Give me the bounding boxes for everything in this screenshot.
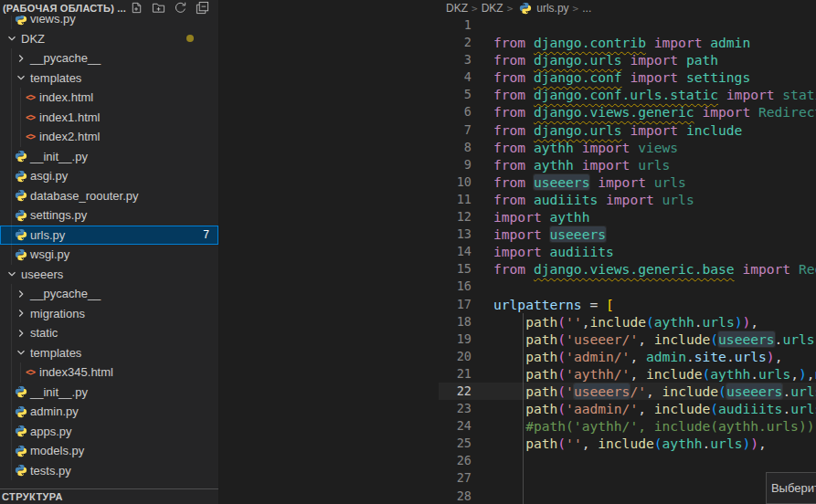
line-number: 11: [439, 191, 472, 208]
explorer-header: (РАБОЧАЯ ОБЛАСТЬ) ...: [0, 0, 218, 16]
tree-item-asgi-py[interactable]: asgi.py: [0, 166, 218, 186]
code-line[interactable]: 15from django.views.generic.base import …: [439, 260, 816, 278]
html-file-icon: <>: [23, 367, 37, 377]
tree-item--pycache-[interactable]: __pycache__: [0, 284, 218, 304]
tree-item-wsgi-py[interactable]: wsgi.py: [0, 245, 218, 265]
tree-item-index1-html[interactable]: <>index1.html: [0, 108, 218, 128]
code-line[interactable]: 4from django.conf import settings: [439, 68, 816, 86]
code-line[interactable]: 2from django.contrib import admin: [439, 34, 816, 51]
chevron-down-icon: [14, 346, 28, 359]
tree-item-DKZ[interactable]: DKZ: [0, 29, 218, 49]
line-number: 28: [439, 488, 472, 504]
python-file-icon: [14, 228, 28, 241]
code-line[interactable]: 14import audiiits: [439, 243, 816, 260]
tree-item-label: useeers: [19, 268, 63, 281]
tree-item-migrations[interactable]: migrations: [0, 304, 218, 324]
code-line[interactable]: 1: [439, 16, 816, 34]
line-number: 9: [439, 156, 472, 173]
tree-item-index-html[interactable]: <>index.html: [0, 88, 218, 108]
code-line[interactable]: 12import aythh: [439, 208, 816, 226]
code-line[interactable]: 22path('useeers/', include(useeers.urls,…: [439, 383, 816, 400]
new-folder-icon[interactable]: [152, 1, 165, 15]
tree-item-tests-py[interactable]: tests.py: [0, 461, 218, 481]
python-file-icon: [14, 150, 28, 163]
code-text: import audiiits: [472, 243, 614, 260]
code-line[interactable]: 10from useeers import urls: [439, 173, 816, 191]
problems-count-badge: 7: [203, 228, 209, 241]
tree-item-templates[interactable]: templates: [0, 68, 218, 89]
code-line[interactable]: 21path('aythh/', include(aythh.urls,),na…: [439, 365, 816, 383]
line-number: 15: [439, 260, 472, 278]
breadcrumb-item[interactable]: DKZ: [482, 2, 503, 15]
code-line[interactable]: 16: [439, 278, 816, 295]
python-file-icon: [14, 464, 28, 477]
refresh-icon[interactable]: [174, 1, 187, 15]
line-number: 27: [439, 469, 472, 487]
collapse-all-icon[interactable]: [196, 1, 209, 15]
code-line[interactable]: 28: [439, 488, 816, 504]
tree-item-templates[interactable]: templates: [0, 343, 218, 363]
code-line[interactable]: 6from django.views.generic import Redire…: [439, 103, 816, 121]
code-line[interactable]: 3from django.urls import path: [439, 51, 816, 68]
code-text: import useeers: [472, 226, 606, 243]
line-number: 16: [439, 278, 472, 295]
code-line[interactable]: 18path('',include(aythh.urls)),: [439, 313, 816, 331]
indent-guide: [523, 469, 524, 487]
breadcrumb-item[interactable]: urls.py: [536, 2, 568, 15]
code-text: [472, 488, 493, 504]
code-line[interactable]: 17urlpatterns = [: [439, 296, 816, 313]
tree-item--init-py[interactable]: __init__.py: [0, 383, 218, 403]
tree-item-urls-py[interactable]: urls.py7: [0, 226, 218, 246]
code-line[interactable]: 11from audiiits import urls: [439, 191, 816, 208]
tree-item-label: __init__.py: [28, 385, 88, 399]
statusbar-tooltip: Выберите последовательность конца строки: [766, 472, 816, 504]
tree-indent-guide: [11, 88, 12, 108]
code-text: from django.views.generic import Redirec…: [472, 103, 816, 121]
breadcrumb-item[interactable]: DKZ: [446, 2, 468, 15]
tree-item-index345-html[interactable]: <>index345.html: [0, 362, 218, 383]
code-line[interactable]: 27: [439, 469, 816, 487]
code-line[interactable]: 7from django.urls import include: [439, 121, 816, 139]
tree-indent-guide: [11, 323, 12, 343]
code-line[interactable]: 5from django.conf.urls.static import sta…: [439, 86, 816, 103]
code-text: urlpatterns = [: [472, 296, 614, 313]
code-text: from django.conf.urls.static import stat…: [472, 86, 816, 103]
tree-item-static[interactable]: static: [0, 323, 218, 343]
line-number: 4: [439, 68, 472, 86]
breadcrumb-separator: >: [471, 3, 479, 15]
explorer-sidebar: views.pyDKZ__pycache__templates<>index.h…: [0, 0, 219, 504]
tree-item-label: __pycache__: [28, 51, 101, 65]
tree-item-useeers[interactable]: useeers: [0, 265, 218, 285]
code-area[interactable]: 12from django.contrib import admin3from …: [439, 16, 816, 504]
outline-section-header[interactable]: СТРУКТУРА: [0, 488, 218, 504]
tree-item-settings-py[interactable]: settings.py: [0, 205, 218, 226]
code-line[interactable]: 9from aythh import urls: [439, 156, 816, 173]
tree-item-models-py[interactable]: models.py: [0, 441, 218, 461]
tree-indent-guide: [11, 108, 12, 128]
tree-item-index2-html[interactable]: <>index2.html: [0, 127, 218, 147]
code-text: from aythh import urls: [472, 156, 670, 173]
tree-item-label: index2.html: [37, 130, 100, 143]
code-line[interactable]: 13import useeers: [439, 226, 816, 243]
tree-item-admin-py[interactable]: admin.py: [0, 402, 218, 422]
code-line[interactable]: 24#path('aythh/', include(aythh.urls)),: [439, 417, 816, 435]
code-line[interactable]: 8from aythh import views: [439, 139, 816, 156]
tree-item-database-roouter-py[interactable]: database_roouter.py: [0, 186, 218, 206]
tree-indent-guide: [11, 166, 12, 186]
tree-indent-guide: [11, 343, 12, 363]
tree-item--init-py[interactable]: __init__.py: [0, 147, 218, 167]
code-line[interactable]: 26: [439, 452, 816, 469]
code-line[interactable]: 20path('admin/', admin.site.urls),: [439, 348, 816, 365]
code-line[interactable]: 19path('useeer/', include(useeers.urls))…: [439, 331, 816, 348]
code-line[interactable]: 23path('aadmin/', include(audiiits.urls,…: [439, 400, 816, 417]
code-text: from django.contrib import admin: [472, 34, 750, 51]
tree-item--pycache-[interactable]: __pycache__: [0, 48, 218, 68]
tree-indent-guide: [11, 127, 12, 147]
new-file-icon[interactable]: [130, 1, 143, 15]
breadcrumb-item[interactable]: ...: [582, 2, 591, 15]
tree-item-apps-py[interactable]: apps.py: [0, 422, 218, 442]
tree-indent-guide: [11, 68, 12, 89]
line-number: 6: [439, 103, 472, 121]
html-file-icon: <>: [23, 92, 37, 102]
code-line[interactable]: 25path('', include(aythh.urls)),: [439, 435, 816, 452]
